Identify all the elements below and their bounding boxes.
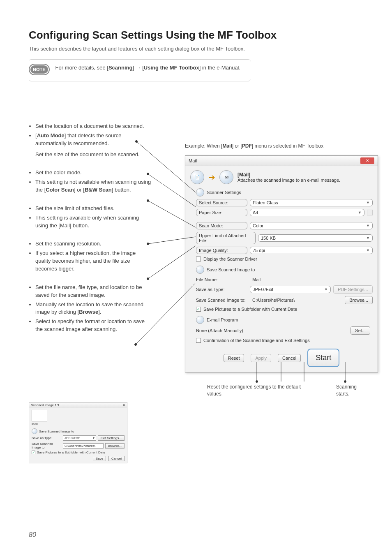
note-mid: ] → [	[132, 65, 143, 71]
callout-source-loc: Set the location of a document to be sca…	[35, 123, 152, 130]
callout-save-settings: Set the file name, file type, and locati…	[35, 284, 152, 299]
left-callouts: Set the location of a document to be sca…	[29, 123, 152, 333]
chevron-down-icon: ▾	[93, 436, 95, 440]
scanner-settings-label: Scanner Settings	[207, 190, 241, 195]
chevron-down-icon: ▼	[366, 224, 370, 228]
callout-mail-only: This setting is available only when scan…	[35, 214, 152, 230]
note-bold-scanning: Scanning	[108, 65, 133, 71]
select-source-label: Select Source:	[196, 199, 247, 206]
ec-post: ] menu is selected in MF Toolbox	[252, 143, 324, 149]
page-intro: This section describes the layout and fe…	[29, 46, 367, 52]
sd-save-icon	[32, 428, 37, 434]
g1b-bold: Auto Mode	[37, 132, 65, 139]
example-caption: Example: When [Mail] or [PDF] menu is se…	[185, 143, 323, 149]
sd-browse-button[interactable]: Browse...	[105, 443, 125, 449]
chevron-down-icon: ▼	[366, 248, 370, 252]
ec-b1: Mail	[222, 143, 232, 149]
save-section-icon	[196, 266, 204, 274]
sd-save-to-label: Save Scanned Image to:	[32, 442, 61, 449]
ec-pre: Example: When [	[185, 143, 222, 149]
callout-specify-format: Select to specify the format or location…	[35, 318, 152, 333]
sd-save-button[interactable]: Save	[93, 456, 106, 461]
image-quality-dropdown[interactable]: 75 dpi ▼	[250, 247, 373, 254]
sd-title-text: Scanned Image 1/1	[31, 403, 59, 407]
apply-button[interactable]: Apply	[251, 354, 271, 362]
svg-point-11	[135, 344, 137, 346]
callout-browse: Manually set the location to save the sc…	[35, 301, 152, 317]
page-title: Configuring Scan Settings Using the MF T…	[29, 29, 367, 42]
browse-button[interactable]: Browse...	[345, 296, 373, 304]
set-button[interactable]: Set...	[350, 326, 370, 335]
page-number: 80	[29, 531, 36, 539]
email-section-label: E-mail Program	[207, 317, 238, 322]
dialog-title-text: Mail	[189, 158, 197, 163]
image-quality-label: Image Quality:	[196, 247, 247, 254]
display-driver-checkbox[interactable]	[196, 257, 201, 261]
cancel-button[interactable]: Cancel	[278, 354, 301, 362]
upper-limit-dropdown[interactable]: 150 KB ▼	[258, 234, 373, 242]
save-type-label: Save as Type:	[196, 287, 247, 292]
save-type-value: JPEG/Exif	[253, 287, 273, 292]
note-block: NOTE For more details, see [Scanning] → …	[29, 59, 251, 81]
page-orientation-icon[interactable]	[367, 210, 373, 215]
start-caption: Scanning starts.	[336, 384, 369, 398]
g2b-b2: B&W Scan	[85, 187, 112, 193]
svg-point-13	[256, 381, 258, 383]
g5b-bold: Browse	[79, 309, 98, 315]
arrow-icon: ➔	[208, 172, 215, 182]
sd-save-type-dropdown[interactable]: JPEG/Exif▾	[63, 435, 96, 441]
close-icon[interactable]: ✕	[360, 157, 374, 164]
start-button[interactable]: Start	[307, 349, 339, 367]
below-dialog-captions: Reset the configured settings to the def…	[207, 384, 369, 398]
sd-exif-button[interactable]: Exif Settings...	[98, 435, 125, 441]
callout-paper-size: Set the size of the document to be scann…	[29, 151, 152, 159]
note-bold-toolbox: Using the MF Toolbox	[144, 65, 199, 71]
email-none-label: None (Attach Manually)	[196, 328, 243, 333]
scan-mode-value: Color	[253, 223, 263, 228]
note-text: For more details, see [Scanning] → [Usin…	[55, 64, 241, 72]
dialog-header-desc: Attaches the scanned image to an e-mail …	[238, 178, 340, 183]
close-icon[interactable]: ✕	[122, 403, 125, 407]
dialog-header-text: [Mail] Attaches the scanned image to an …	[238, 172, 340, 183]
callout-resolution: Set the scanning resolution.	[35, 240, 152, 248]
note-suffix: ] in the e-Manual.	[199, 65, 240, 71]
reset-button[interactable]: Reset	[224, 354, 244, 362]
note-badge: NOTE	[29, 64, 50, 75]
sd-thumbnail[interactable]	[32, 410, 47, 421]
g2b-post: ] button.	[112, 187, 131, 193]
subfolder-checkbox[interactable]: ✓	[196, 307, 201, 312]
confirm-exif-checkbox[interactable]	[196, 338, 201, 343]
sd-save-to-field[interactable]: C:\Users\hs\Pictures\	[63, 443, 104, 449]
sd-section-label: Save Scanned Image to	[39, 430, 74, 433]
save-to-value[interactable]: C:\Users\hs\Pictures\	[250, 297, 342, 303]
paper-size-dropdown[interactable]: A4 ▼	[250, 209, 364, 216]
chevron-down-icon: ▼	[366, 236, 370, 240]
ec-b2: PDF	[242, 143, 252, 149]
callout-color-mode: Set the color mode.	[35, 169, 152, 177]
select-source-dropdown[interactable]: Flaten Glass ▼	[250, 199, 373, 206]
dialog-titlebar: Mail ✕	[185, 156, 378, 166]
save-section-label: Save Scanned Image to	[207, 267, 255, 272]
image-quality-value: 75 dpi	[253, 248, 265, 253]
scanned-image-dialog: Scanned Image 1/1 ✕ Mail Save Scanned Im…	[29, 402, 127, 463]
sd-subfolder-checkbox[interactable]: ✓	[32, 451, 35, 454]
g2b-b1: Color Scan	[46, 187, 74, 193]
pdf-settings-button[interactable]: PDF Settings...	[333, 285, 373, 294]
g2b-mid: ] or [	[74, 187, 85, 193]
scanner-icon: 📄	[190, 170, 204, 184]
sd-thumb-label: Mail	[32, 422, 125, 426]
mail-icon: ✉	[219, 170, 233, 184]
scan-mode-dropdown[interactable]: Color ▼	[250, 222, 373, 229]
callout-color-na: This setting is not available when scann…	[35, 178, 152, 194]
save-to-label: Save Scanned Image to:	[196, 298, 247, 303]
sd-save-type-label: Save as Type:	[32, 436, 61, 440]
display-driver-label: Display the Scanner Driver	[203, 257, 257, 261]
ec-mid: ] or [	[232, 143, 242, 149]
g5b-post: ].	[98, 309, 101, 315]
callout-auto-mode: [Auto Mode] that detects the source auto…	[35, 132, 152, 148]
subfolder-label: Save Pictures to a Subfolder with Curren…	[203, 307, 297, 312]
chevron-down-icon: ▼	[366, 201, 370, 205]
save-type-dropdown[interactable]: JPEG/Exif ▼	[250, 286, 331, 293]
file-name-value[interactable]: Mail	[250, 276, 373, 283]
sd-cancel-button[interactable]: Cancel	[108, 456, 125, 461]
